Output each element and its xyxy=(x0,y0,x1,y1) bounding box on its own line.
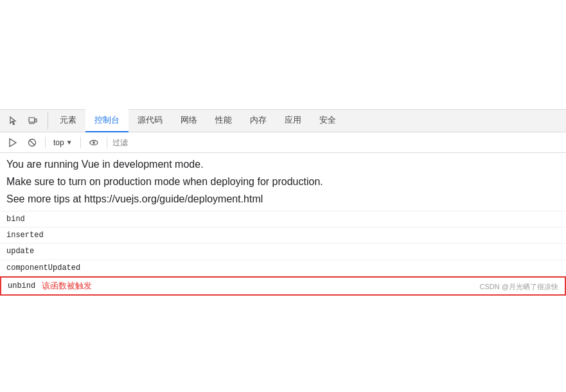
console-row-update: update xyxy=(0,244,566,260)
tab-network[interactable]: 网络 xyxy=(172,109,206,132)
watermark: CSDN @月光晒了很凉快 xyxy=(480,282,558,292)
vue-line-3: See more tips at https://vuejs.org/guide… xyxy=(6,190,560,208)
toolbar-divider-2 xyxy=(80,137,81,148)
vue-link[interactable]: https://vuejs.org/guide/deployment.html xyxy=(84,193,263,204)
console-row-bind: bind xyxy=(0,211,566,227)
toolbar-divider-3 xyxy=(107,137,107,148)
tab-performance[interactable]: 性能 xyxy=(206,109,241,132)
chevron-down-icon: ▼ xyxy=(66,139,73,146)
vue-dev-message: You are running Vue in development mode.… xyxy=(0,153,566,211)
tab-bar: 元素 控制台 源代码 网络 性能 内存 应用 安全 xyxy=(0,109,566,132)
svg-rect-1 xyxy=(35,119,37,122)
svg-point-7 xyxy=(93,141,95,144)
execute-script-icon[interactable] xyxy=(5,135,21,150)
context-selector[interactable]: top ▼ xyxy=(51,137,75,148)
filter-input[interactable] xyxy=(112,138,561,147)
vue-line-2: Make sure to turn on production mode whe… xyxy=(6,173,560,190)
console-row-componentupdated: componentUpdated xyxy=(0,260,566,276)
console-toolbar: top ▼ xyxy=(0,132,566,153)
tab-security[interactable]: 安全 xyxy=(310,109,345,132)
tab-console[interactable]: 控制台 xyxy=(85,109,128,132)
console-output: You are running Vue in development mode.… xyxy=(0,153,566,296)
tab-application[interactable]: 应用 xyxy=(276,109,310,132)
svg-rect-0 xyxy=(29,118,35,122)
devtools-container: 元素 控制台 源代码 网络 性能 内存 应用 安全 xyxy=(0,109,566,296)
tab-icons-group xyxy=(5,112,48,129)
svg-line-5 xyxy=(30,140,35,145)
console-row-inserted: inserted xyxy=(0,227,566,244)
vue-line-1: You are running Vue in development mode. xyxy=(6,156,560,173)
toolbar-divider-1 xyxy=(45,137,46,148)
eye-icon[interactable] xyxy=(86,135,102,150)
svg-marker-3 xyxy=(10,139,16,147)
top-space xyxy=(0,0,566,109)
device-toolbar-icon[interactable] xyxy=(24,112,41,129)
clear-console-icon[interactable] xyxy=(24,135,40,150)
inspect-element-icon[interactable] xyxy=(5,112,22,129)
annotation-text: 该函数被触发 xyxy=(42,279,92,293)
tab-elements[interactable]: 元素 xyxy=(51,109,85,132)
tab-sources[interactable]: 源代码 xyxy=(128,109,172,132)
tab-memory[interactable]: 内存 xyxy=(241,109,276,132)
